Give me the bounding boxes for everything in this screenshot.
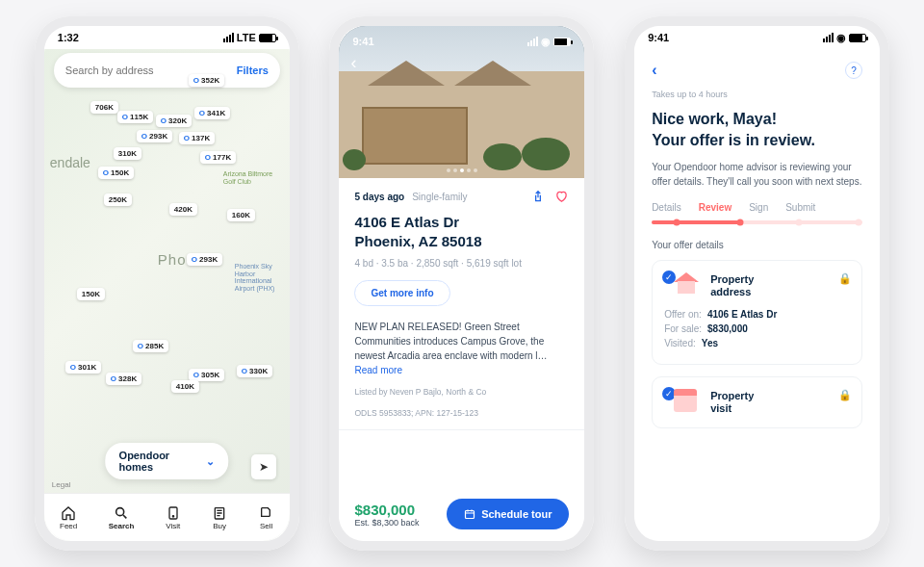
search-icon bbox=[114, 505, 129, 521]
price-pin[interactable]: 410K bbox=[171, 380, 199, 393]
price-pin[interactable]: 706K bbox=[90, 101, 118, 114]
estimated-back: Est. $8,300 back bbox=[354, 518, 419, 528]
calendar-icon bbox=[674, 389, 701, 416]
step-submit[interactable]: Submit bbox=[785, 202, 815, 213]
help-button[interactable]: ? bbox=[845, 62, 862, 79]
price-pin[interactable]: 310K bbox=[114, 147, 141, 160]
phone-listing: 9:41 ◉ ‹ 5 days ago Single-family bbox=[329, 16, 594, 551]
back-button[interactable]: ‹ bbox=[652, 62, 656, 79]
feed-icon bbox=[61, 505, 76, 521]
price-pin[interactable]: O137K bbox=[179, 132, 215, 144]
card-title: Propertyvisit bbox=[710, 390, 754, 415]
step-details[interactable]: Details bbox=[652, 202, 681, 213]
status-bar: 9:41 ◉ bbox=[634, 26, 880, 49]
listing-hero-image[interactable]: 9:41 ◉ ‹ bbox=[339, 26, 584, 178]
price-pin[interactable]: O150K bbox=[98, 167, 134, 179]
opendoor-icon: O bbox=[70, 363, 76, 372]
battery-icon bbox=[553, 38, 571, 46]
status-time: 9:41 bbox=[648, 32, 669, 43]
signal-icon bbox=[527, 37, 538, 46]
house-icon bbox=[674, 272, 701, 299]
listing-description: NEW PLAN RELEASED! Green Street Communit… bbox=[354, 320, 569, 377]
price-pin[interactable]: O285K bbox=[133, 340, 168, 352]
price-pin[interactable]: 160K bbox=[227, 209, 255, 221]
chevron-left-icon: ‹ bbox=[350, 53, 356, 72]
carousel-dots[interactable] bbox=[447, 168, 477, 172]
steps-row: DetailsReviewSignSubmit bbox=[652, 202, 862, 213]
detail-row: For sale:$830,000 bbox=[664, 323, 850, 334]
step-review[interactable]: Review bbox=[699, 202, 732, 213]
status-bar: 9:41 ◉ bbox=[339, 30, 584, 53]
price-pin[interactable]: 420K bbox=[169, 203, 197, 216]
filters-button[interactable]: Filters bbox=[237, 64, 269, 76]
listing-address: 4106 E Atlas Dr Phoenix, AZ 85018 bbox=[354, 213, 569, 250]
tab-search[interactable]: Search bbox=[109, 505, 135, 530]
opendoor-icon: O bbox=[161, 116, 167, 125]
price-pin[interactable]: O320K bbox=[156, 115, 192, 127]
divider bbox=[339, 429, 584, 430]
listing-specs: 4 bd · 3.5 ba · 2,850 sqft · 5,619 sqft … bbox=[354, 258, 569, 269]
card-property-address[interactable]: ✓ 🔒 Propertyaddress Offer on:4106 E Atla… bbox=[652, 260, 862, 365]
opendoor-icon: O bbox=[184, 134, 190, 142]
opendoor-icon: O bbox=[111, 374, 116, 383]
price-pin[interactable]: O330K bbox=[237, 365, 272, 377]
opendoor-icon: O bbox=[199, 109, 205, 117]
price-pin[interactable]: 250K bbox=[104, 193, 132, 206]
tab-feed[interactable]: Feed bbox=[60, 505, 77, 530]
favorite-button[interactable] bbox=[554, 190, 569, 203]
opendoor-icon: O bbox=[192, 255, 197, 264]
heart-icon bbox=[554, 190, 569, 203]
opendoor-icon: O bbox=[242, 367, 247, 375]
price-pin[interactable]: O341K bbox=[194, 107, 230, 119]
battery-icon bbox=[259, 34, 276, 42]
map-view[interactable]: Filters endale Phoenix Arizona Biltmore … bbox=[44, 49, 290, 541]
price-pin[interactable]: O301K bbox=[65, 361, 101, 374]
svg-point-0 bbox=[116, 507, 124, 515]
price-pin[interactable]: O293K bbox=[187, 253, 222, 266]
buy-icon bbox=[212, 505, 227, 521]
tab-sell[interactable]: Sell bbox=[259, 505, 274, 530]
get-more-info-button[interactable]: Get more info bbox=[354, 280, 449, 306]
share-button[interactable] bbox=[531, 190, 545, 203]
progress-bar bbox=[652, 220, 862, 224]
status-time: 1:32 bbox=[58, 32, 79, 43]
search-bar[interactable]: Filters bbox=[54, 53, 280, 88]
back-button[interactable]: ‹ bbox=[350, 53, 356, 73]
step-sign[interactable]: Sign bbox=[749, 202, 768, 213]
price-pin[interactable]: O177K bbox=[200, 151, 236, 164]
price-pin[interactable]: 150K bbox=[77, 288, 105, 300]
chevron-left-icon: ‹ bbox=[652, 62, 656, 78]
opendoor-icon: O bbox=[122, 113, 128, 121]
page-title: Nice work, Maya! Your offer is in review… bbox=[652, 109, 862, 150]
signal-icon bbox=[823, 33, 834, 42]
schedule-tour-button[interactable]: Schedule tour bbox=[447, 499, 569, 529]
opendoor-homes-chip[interactable]: Opendoor homes ⌄ bbox=[106, 443, 229, 479]
section-header: Your offer details bbox=[652, 240, 862, 250]
status-time: 9:41 bbox=[352, 36, 373, 47]
posted-ago: 5 days ago bbox=[354, 192, 404, 202]
tab-buy[interactable]: Buy bbox=[212, 505, 227, 530]
page-subtitle: Your Opendoor home advisor is reviewing … bbox=[652, 160, 862, 189]
read-more-link[interactable]: Read more bbox=[354, 365, 401, 375]
phone-offer: 9:41 ◉ ‹ ? Takes up to 4 hours Nice work… bbox=[625, 16, 889, 551]
signal-icon bbox=[223, 33, 234, 42]
visit-icon bbox=[166, 505, 181, 521]
locate-button[interactable]: ➤ bbox=[251, 454, 276, 479]
detail-row: Offer on:4106 E Atlas Dr bbox=[664, 309, 850, 320]
map-poi-airport: Phoenix Sky Harbor International Airport… bbox=[235, 263, 290, 293]
sell-icon bbox=[259, 505, 274, 521]
opendoor-icon: O bbox=[103, 168, 109, 177]
eta-label: Takes up to 4 hours bbox=[652, 90, 862, 99]
price-pin[interactable]: O115K bbox=[117, 111, 153, 123]
price-pin[interactable]: O293K bbox=[137, 130, 172, 142]
opendoor-icon: O bbox=[193, 371, 199, 379]
card-property-visit[interactable]: ✓ 🔒 Propertyvisit bbox=[652, 376, 862, 428]
map-poi-golf: Arizona Biltmore Golf Club bbox=[223, 170, 281, 185]
price-pin[interactable]: O352K bbox=[189, 74, 224, 87]
legal-link[interactable]: Legal bbox=[52, 480, 71, 489]
opendoor-icon: O bbox=[141, 132, 147, 141]
price-pin[interactable]: O328K bbox=[106, 373, 141, 385]
opendoor-icon: O bbox=[138, 342, 143, 350]
property-type: Single-family bbox=[412, 192, 467, 202]
tab-visit[interactable]: Visit bbox=[166, 505, 181, 530]
